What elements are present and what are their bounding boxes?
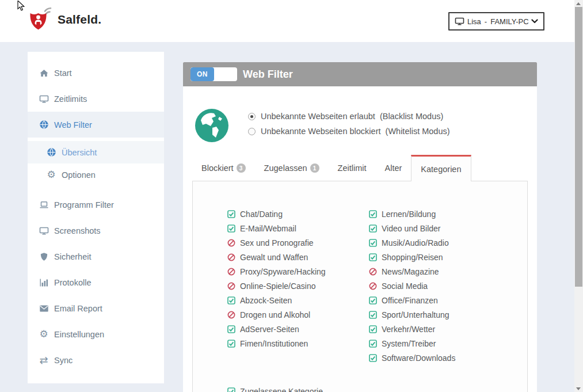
category-lernen-bildung[interactable]: Lernen/Bildung [369,207,510,221]
sidebar-item-label: Screenshots [54,226,101,235]
envelope-icon [38,305,49,313]
category-label: Fimen/Institutionen [240,339,308,348]
legend-label: Zugelassene Kategorie [240,387,323,392]
panel-body: Unbekannte Webseiten erlaubt (Blacklist … [183,86,537,392]
sidebar-item-label: Email Report [54,304,102,313]
sidebar: StartZeitlimitsWeb FilterÜbersicht⚙Optio… [28,52,164,383]
scroll-up-arrow-icon[interactable] [576,2,581,5]
radio-option-whitelist-modus[interactable]: Unbekannte Webseiten blockiert (Whitelis… [248,124,450,139]
ban-icon [227,239,235,247]
category-proxy-spyware-hacking[interactable]: Proxy/Spyware/Hacking [227,264,369,279]
check-square-icon [369,311,377,319]
radio-selected-icon[interactable] [248,113,256,120]
check-square-icon [227,387,235,392]
category-musik-audio-radio[interactable]: Musik/Audio/Radio [369,235,510,250]
sidebar-item-label: Übersicht [62,148,97,157]
web-filter-toggle[interactable]: ON [190,67,237,81]
globe-icon [38,120,49,130]
gear-icon: ⚙ [38,329,49,339]
check-square-icon [369,239,377,247]
laptop-icon [38,200,49,210]
allowed-category-legend: Zugelassene Kategorie [227,387,323,392]
ban-icon [227,253,235,261]
sidebar-item-optionen[interactable]: ⚙Optionen [28,163,164,186]
check-square-icon [369,340,377,348]
tab-kategorien[interactable]: Kategorien [411,155,471,181]
sidebar-item-zeitlimits[interactable]: Zeitlimits [28,86,164,112]
radio-label: Unbekannte Webseiten erlaubt (Blacklist … [261,112,443,121]
sidebar-item-email-report[interactable]: Email Report [28,295,164,321]
category-fimen-institutionen[interactable]: Fimen/Institutionen [227,336,369,351]
sidebar-item-web-filter[interactable]: Web Filter [28,112,164,138]
monitor-icon [38,226,49,235]
category-news-magazine[interactable]: News/Magazine [369,264,510,279]
sidebar-item-protokolle[interactable]: Protokolle [28,269,164,295]
category-label: Musik/Audio/Radio [382,238,449,248]
gear-icon: ⚙ [45,170,57,180]
category-label: AdServer-Seiten [240,325,299,334]
category-social-media[interactable]: Social Media [369,279,510,293]
sidebar-item-sicherheit[interactable]: Sicherheit [28,243,164,269]
sidebar-item-übersicht[interactable]: Übersicht [28,141,164,163]
category-column-right: Lernen/BildungVideo und BilderMusik/Audi… [369,207,510,365]
category-shopping-reisen[interactable]: Shopping/Reisen [369,250,510,264]
sidebar-item-screenshots[interactable]: Screenshots [28,218,164,243]
user-device-selector[interactable]: Lisa - FAMILY-PC [448,12,544,31]
ban-icon [227,282,235,290]
category-label: Gewalt und Waffen [240,253,308,262]
sidebar-item-programm-filter[interactable]: Programm Filter [28,192,164,218]
category-office-finanzen[interactable]: Office/Finanzen [369,293,510,307]
category-software-downloads[interactable]: Software/Downloads [369,351,510,365]
tab-bar: Blockiert3Zugelassen1ZeitlimitAlterKateg… [192,155,528,181]
salfeld-shield-icon [29,7,55,32]
category-system-treiber[interactable]: System/Treiber [369,336,510,351]
category-label: Chat/Dating [240,210,283,219]
chevron-down-icon [531,19,538,24]
radio-option-blacklist-modus[interactable]: Unbekannte Webseiten erlaubt (Blacklist … [248,109,450,124]
tab-alter[interactable]: Alter [376,155,411,181]
logo-text: Salfeld. [58,13,101,26]
category-label: Shopping/Reisen [382,253,443,262]
toggle-on-segment[interactable]: ON [190,67,214,81]
sidebar-item-einstellungen[interactable]: ⚙Einstellungen [28,321,164,347]
category-label: Sport/Unterhaltung [382,310,449,319]
sidebar-item-start[interactable]: Start [28,60,164,86]
category-video-und-bilder[interactable]: Video und Bilder [369,221,510,235]
category-label: E-Mail/Webmail [240,224,296,233]
category-sex-und-pronografie[interactable]: Sex und Pronografie [227,235,369,250]
ban-icon [369,268,377,276]
ban-icon [369,282,377,290]
category-chat-dating[interactable]: Chat/Dating [227,207,369,221]
tab-blockiert[interactable]: Blockiert3 [192,155,255,181]
category-sport-unterhaltung[interactable]: Sport/Unterhaltung [369,307,510,322]
scroll-down-arrow-icon[interactable] [576,387,581,390]
monitor-icon [455,17,464,26]
category-label: Drogen und Alkohol [240,310,310,319]
tab-label: Blockiert [201,163,234,173]
home-icon [38,68,49,78]
scrollbar-thumb[interactable] [575,7,582,287]
check-square-icon [227,224,235,233]
tab-zugelassen[interactable]: Zugelassen1 [255,155,329,181]
category-label: Verkehr/Wetter [382,325,435,334]
sidebar-item-sync[interactable]: ⇄Sync [28,347,164,373]
sidebar-item-label: Zeitlimits [54,94,87,104]
category-abzock-seiten[interactable]: Abzock-Seiten [227,293,369,307]
sidebar-item-label: Sync [54,356,73,365]
vertical-scrollbar[interactable] [574,0,583,392]
category-adserver-seiten[interactable]: AdServer-Seiten [227,322,369,336]
sidebar-item-label: Optionen [62,170,96,180]
check-square-icon [369,354,377,362]
filter-mode-radio-group: Unbekannte Webseiten erlaubt (Blacklist … [248,109,450,139]
check-square-icon [369,296,377,305]
radio-unselected-icon[interactable] [248,128,256,135]
category-verkehr-wetter[interactable]: Verkehr/Wetter [369,322,510,336]
category-label: Online-Spiele/Casino [240,281,316,291]
category-e-mail-webmail[interactable]: E-Mail/Webmail [227,221,369,235]
category-online-spiele-casino[interactable]: Online-Spiele/Casino [227,279,369,293]
category-drogen-und-alkohol[interactable]: Drogen und Alkohol [227,307,369,322]
category-label: News/Magazine [382,267,439,276]
sidebar-item-label: Start [54,68,72,78]
tab-zeitlimit[interactable]: Zeitlimit [329,155,376,181]
category-gewalt-und-waffen[interactable]: Gewalt und Waffen [227,250,369,264]
